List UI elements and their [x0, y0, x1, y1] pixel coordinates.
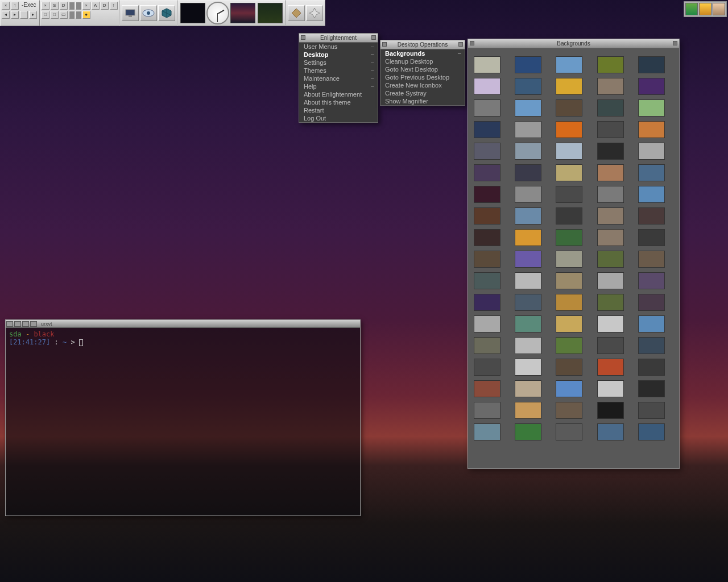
background-thumbnail[interactable]	[638, 143, 665, 160]
background-thumbnail[interactable]	[638, 380, 665, 397]
background-thumbnail[interactable]	[474, 294, 500, 311]
background-thumbnail[interactable]	[474, 99, 500, 117]
background-thumbnail[interactable]	[638, 294, 665, 311]
background-thumbnail[interactable]	[515, 294, 541, 311]
background-thumbnail[interactable]	[556, 99, 582, 117]
desktop-thumb[interactable]	[180, 3, 205, 23]
background-thumbnail[interactable]	[474, 359, 500, 376]
menu-item[interactable]: Themes	[299, 66, 378, 74]
chat-icon[interactable]	[699, 3, 712, 15]
toolbar-btn[interactable]: ●	[82, 11, 90, 19]
background-thumbnail[interactable]	[515, 402, 541, 419]
menu-item[interactable]: Maintenance	[299, 74, 378, 82]
background-thumbnail[interactable]	[515, 423, 541, 440]
menu-item[interactable]: About Enlightenment	[299, 90, 378, 98]
background-thumbnail[interactable]	[556, 56, 582, 73]
background-thumbnail[interactable]	[556, 337, 582, 354]
background-thumbnail[interactable]	[556, 251, 582, 268]
background-thumbnail[interactable]	[597, 272, 624, 289]
menu-item[interactable]: Desktop	[299, 51, 378, 59]
background-thumbnail[interactable]	[638, 423, 665, 440]
background-thumbnail[interactable]	[556, 402, 582, 419]
desktop-thumb[interactable]	[230, 3, 255, 23]
menu-item[interactable]: Cleanup Desktop	[380, 57, 465, 65]
expand-icon[interactable]	[306, 5, 323, 21]
window-btn[interactable]	[14, 321, 21, 327]
background-thumbnail[interactable]	[638, 229, 665, 246]
background-thumbnail[interactable]	[638, 251, 665, 268]
background-thumbnail[interactable]	[556, 186, 582, 203]
background-thumbnail[interactable]	[556, 315, 582, 332]
toolbar-btn[interactable]: □	[42, 11, 49, 19]
toolbar-btn[interactable]: ▭	[60, 11, 68, 19]
toolbar-btn[interactable]: ×	[82, 2, 90, 10]
background-thumbnail[interactable]	[597, 315, 624, 332]
background-thumbnail[interactable]	[515, 56, 541, 73]
background-thumbnail[interactable]	[638, 337, 665, 354]
background-thumbnail[interactable]	[515, 380, 541, 397]
background-thumbnail[interactable]	[597, 121, 624, 138]
user-icon[interactable]	[713, 3, 725, 15]
toolbar-btn[interactable]: ↑	[110, 2, 118, 10]
toolbar-btn[interactable]	[76, 11, 81, 19]
background-thumbnail[interactable]	[556, 272, 582, 289]
background-thumbnail[interactable]	[515, 164, 541, 181]
background-thumbnail[interactable]	[515, 186, 541, 203]
toolbar-btn[interactable]: ▸	[11, 11, 19, 19]
toolbar-btn[interactable]	[76, 2, 81, 10]
toolbar-btn[interactable]: ×	[42, 2, 49, 10]
background-thumbnail[interactable]	[474, 186, 500, 203]
background-thumbnail[interactable]	[556, 78, 582, 95]
background-thumbnail[interactable]	[638, 272, 665, 289]
terminal-body[interactable]: sda - black [21:41:27] : ~ >	[6, 328, 360, 516]
background-thumbnail[interactable]	[638, 315, 665, 332]
background-thumbnail[interactable]	[474, 272, 500, 289]
background-thumbnail[interactable]	[638, 56, 665, 73]
background-thumbnail[interactable]	[515, 229, 541, 246]
panel-title[interactable]: Backgrounds	[468, 39, 679, 48]
background-thumbnail[interactable]	[515, 207, 541, 225]
background-thumbnail[interactable]	[474, 423, 500, 440]
background-thumbnail[interactable]	[638, 164, 665, 181]
toolbar-btn[interactable]: ↑	[11, 2, 19, 10]
background-thumbnail[interactable]	[556, 121, 582, 138]
background-thumbnail[interactable]	[597, 56, 624, 73]
background-thumbnail[interactable]	[474, 164, 500, 181]
background-thumbnail[interactable]	[556, 164, 582, 181]
background-thumbnail[interactable]	[597, 402, 624, 419]
background-thumbnail[interactable]	[638, 402, 665, 419]
background-thumbnail[interactable]	[515, 337, 541, 354]
background-thumbnail[interactable]	[597, 294, 624, 311]
toolbar-btn[interactable]: ◂	[2, 11, 10, 19]
diamond-icon[interactable]	[288, 5, 305, 21]
background-thumbnail[interactable]	[597, 251, 624, 268]
toolbar-btn[interactable]: D	[101, 2, 109, 10]
menu-title[interactable]: Desktop Operations	[380, 40, 465, 49]
background-thumbnail[interactable]	[474, 337, 500, 354]
window-btn[interactable]	[22, 321, 29, 327]
menu-item[interactable]: Backgrounds	[380, 49, 465, 57]
background-thumbnail[interactable]	[556, 359, 582, 376]
background-thumbnail[interactable]	[597, 229, 624, 246]
toolbar-btn[interactable]	[69, 2, 75, 10]
background-thumbnail[interactable]	[597, 359, 624, 376]
background-thumbnail[interactable]	[474, 251, 500, 268]
toolbar-btn[interactable]: A	[92, 2, 100, 10]
background-thumbnail[interactable]	[556, 294, 582, 311]
desktop-thumb[interactable]	[258, 3, 283, 23]
toolbar-btn[interactable]: D	[60, 2, 68, 10]
terminal-titlebar[interactable]: urxvt	[6, 320, 360, 328]
background-thumbnail[interactable]	[515, 272, 541, 289]
background-thumbnail[interactable]	[474, 380, 500, 397]
background-thumbnail[interactable]	[474, 121, 500, 138]
shield-icon[interactable]	[685, 3, 698, 15]
toolbar-btn[interactable]	[20, 11, 28, 19]
background-thumbnail[interactable]	[474, 78, 500, 95]
background-thumbnail[interactable]	[556, 207, 582, 225]
background-thumbnail[interactable]	[515, 359, 541, 376]
background-thumbnail[interactable]	[515, 121, 541, 138]
menu-item[interactable]: Restart	[299, 106, 378, 114]
background-thumbnail[interactable]	[474, 229, 500, 246]
toolbar-btn[interactable]: S	[51, 2, 59, 10]
background-thumbnail[interactable]	[515, 251, 541, 268]
